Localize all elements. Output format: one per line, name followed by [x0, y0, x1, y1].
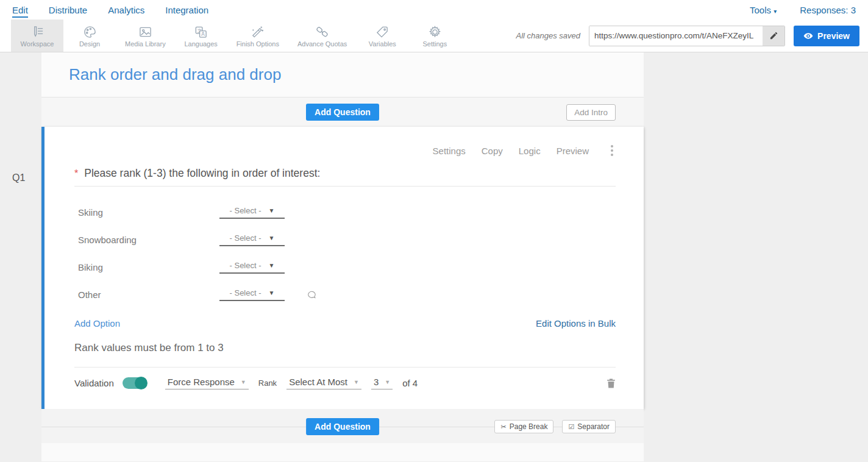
between-questions-strip: Add Question ✂ Page Break ☑ Separator [41, 409, 644, 443]
tab-label: Media Library [125, 40, 166, 48]
rank-label: Rank [258, 378, 277, 388]
tab-media-library[interactable]: Media Library [116, 20, 175, 52]
preview-label: Preview [817, 31, 850, 41]
question-copy-link[interactable]: Copy [482, 146, 503, 156]
tab-design[interactable]: Design [63, 20, 116, 52]
rank-select-value: - Select - [230, 288, 261, 297]
add-question-button-top[interactable]: Add Question [306, 104, 379, 121]
page-break-label: Page Break [510, 422, 548, 431]
option-row: Skiing - Select - ▼ [74, 199, 616, 226]
chevron-down-icon: ▼ [269, 235, 275, 241]
tab-finish-options[interactable]: Finish Options [227, 20, 288, 52]
tab-label: Advance Quotas [297, 40, 347, 48]
tab-workspace[interactable]: Workspace [11, 20, 63, 52]
image-icon [138, 25, 152, 39]
question-text[interactable]: Please rank (1-3) the following in order… [84, 167, 320, 180]
tab-advance-quotas[interactable]: Advance Quotas [288, 20, 356, 52]
tab-settings[interactable]: Settings [408, 20, 461, 52]
question-settings-link[interactable]: Settings [433, 146, 466, 156]
tab-label: Languages [184, 40, 217, 48]
editor-toolbar: Workspace Design Media Library 文 A Langu… [0, 20, 868, 52]
question-logic-link[interactable]: Logic [519, 146, 541, 156]
validation-row: Validation Force Response ▼ Rank Select … [74, 367, 616, 399]
top-nav: Edit Distribute Analytics Integration To… [0, 0, 868, 20]
nav-item-analytics[interactable]: Analytics [108, 2, 144, 18]
option-label[interactable]: Biking [74, 262, 219, 272]
rank-select[interactable]: - Select - ▼ [219, 233, 285, 246]
add-question-button-bottom[interactable]: Add Question [306, 418, 379, 435]
survey-url-input[interactable] [589, 26, 763, 46]
rank-select[interactable]: - Select - ▼ [219, 288, 285, 301]
question-menu: Settings Copy Logic Preview [74, 127, 616, 157]
chevron-down-icon: ▼ [385, 379, 390, 385]
force-response-value: Force Response [168, 377, 235, 387]
option-row: Snowboarding - Select - ▼ [74, 226, 616, 254]
kebab-menu-icon[interactable] [608, 144, 616, 157]
survey-url-box [589, 26, 785, 46]
pencil-icon [769, 31, 778, 40]
tab-label: Variables [369, 40, 396, 48]
separator-label: Separator [577, 422, 610, 431]
scissors-icon: ✂ [500, 423, 506, 431]
option-row: Biking - Select - ▼ [74, 254, 616, 281]
delete-question-button[interactable] [607, 378, 616, 389]
add-intro-button[interactable]: Add Intro [566, 104, 616, 121]
tab-variables[interactable]: Variables [356, 20, 408, 52]
rank-count-value: 3 [374, 377, 379, 387]
tab-languages[interactable]: 文 A Languages [175, 20, 227, 52]
tag-icon [375, 25, 390, 39]
required-asterisk: * [74, 168, 78, 180]
question-card: Settings Copy Logic Preview * Please ran… [41, 127, 644, 409]
tools-menu[interactable]: Tools ▾ [750, 5, 777, 15]
separator-button[interactable]: ☑ Separator [562, 420, 616, 433]
responses-link[interactable]: Responses: 3 [800, 5, 856, 15]
question-title-row: * Please rank (1-3) the following in ord… [74, 167, 616, 187]
rank-select-value: - Select - [230, 206, 261, 215]
option-label[interactable]: Other [74, 290, 219, 300]
svg-text:A: A [201, 30, 205, 37]
checkbox-checked-icon: ☑ [568, 423, 574, 431]
workspace-main: Q1 Rank order and drag and drop Add Ques… [0, 52, 868, 462]
chevron-down-icon: ▼ [354, 379, 359, 385]
edit-options-bulk-link[interactable]: Edit Options in Bulk [536, 318, 616, 329]
preview-button[interactable]: Preview [794, 26, 859, 46]
rank-select-value: - Select - [230, 233, 261, 243]
chevron-down-icon: ▼ [241, 379, 246, 385]
select-mode-value: Select At Most [289, 377, 347, 387]
edit-url-button[interactable] [763, 26, 784, 46]
option-label[interactable]: Skiing [74, 207, 219, 218]
option-actions-row: Add Option Edit Options in Bulk [74, 318, 616, 329]
tab-label: Workspace [21, 40, 54, 48]
validation-toggle[interactable] [123, 377, 147, 389]
top-nav-links: Edit Distribute Analytics Integration [12, 2, 208, 18]
chevron-down-icon: ▼ [269, 290, 275, 296]
nav-item-distribute[interactable]: Distribute [49, 2, 87, 18]
translate-icon: 文 A [194, 25, 208, 39]
tab-label: Design [79, 40, 100, 48]
rank-range-note: Rank values must be from 1 to 3 [74, 342, 616, 354]
nav-item-edit[interactable]: Edit [12, 2, 28, 18]
chevron-down-icon: ▾ [774, 8, 777, 15]
rank-select[interactable]: - Select - ▼ [219, 206, 285, 219]
nav-item-integration[interactable]: Integration [165, 2, 208, 18]
select-mode-select[interactable]: Select At Most ▼ [286, 377, 361, 389]
chain-links-icon [315, 25, 329, 39]
rank-select[interactable]: - Select - ▼ [219, 261, 285, 274]
option-label[interactable]: Snowboarding [74, 235, 219, 245]
page-break-button[interactable]: ✂ Page Break [494, 420, 553, 433]
add-question-strip: Add Question Add Intro [41, 98, 644, 127]
palette-icon [83, 25, 97, 39]
comment-bubble-icon[interactable] [307, 290, 317, 300]
workspace-icon [30, 25, 44, 39]
add-option-link[interactable]: Add Option [74, 318, 120, 329]
toggle-knob [135, 377, 148, 389]
force-response-select[interactable]: Force Response ▼ [165, 377, 249, 389]
validation-label: Validation [74, 378, 114, 388]
rank-count-select[interactable]: 3 ▼ [371, 377, 393, 389]
survey-title[interactable]: Rank order and drag and drop [69, 65, 281, 84]
tab-label: Finish Options [237, 40, 279, 48]
eye-icon [803, 32, 813, 40]
tools-label: Tools [750, 5, 771, 15]
survey-title-section: Rank order and drag and drop [41, 52, 644, 98]
question-preview-link[interactable]: Preview [557, 146, 589, 156]
